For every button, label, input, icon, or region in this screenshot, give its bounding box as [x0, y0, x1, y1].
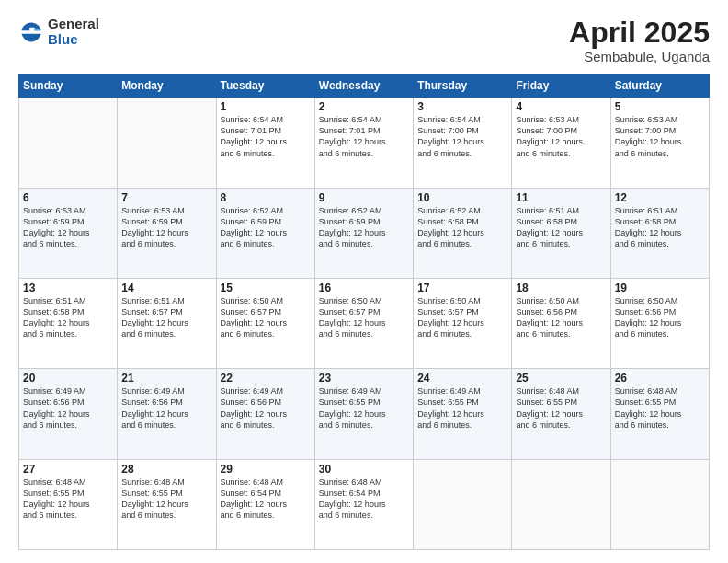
table-row: [512, 459, 610, 549]
day-number: 19: [615, 282, 705, 294]
day-info: Sunrise: 6:54 AM Sunset: 7:01 PM Dayligh…: [319, 114, 409, 159]
day-info: Sunrise: 6:49 AM Sunset: 6:55 PM Dayligh…: [417, 385, 507, 431]
day-info: Sunrise: 6:49 AM Sunset: 6:56 PM Dayligh…: [23, 385, 113, 431]
day-number: 8: [221, 191, 311, 204]
table-row: 24Sunrise: 6:49 AM Sunset: 6:55 PM Dayli…: [414, 369, 512, 459]
day-info: Sunrise: 6:49 AM Sunset: 6:56 PM Dayligh…: [121, 385, 211, 431]
day-number: 22: [221, 372, 311, 385]
table-row: 27Sunrise: 6:48 AM Sunset: 6:55 PM Dayli…: [19, 459, 118, 549]
day-info: Sunrise: 6:54 AM Sunset: 7:00 PM Dayligh…: [417, 114, 507, 159]
day-info: Sunrise: 6:54 AM Sunset: 7:01 PM Dayligh…: [221, 114, 311, 159]
col-monday: Monday: [118, 75, 216, 98]
day-number: 17: [417, 282, 507, 294]
table-row: 14Sunrise: 6:51 AM Sunset: 6:57 PM Dayli…: [118, 278, 216, 368]
day-info: Sunrise: 6:50 AM Sunset: 6:56 PM Dayligh…: [615, 295, 705, 340]
day-number: 26: [615, 372, 705, 385]
table-row: 28Sunrise: 6:48 AM Sunset: 6:55 PM Dayli…: [118, 459, 216, 549]
day-info: Sunrise: 6:52 AM Sunset: 6:59 PM Dayligh…: [319, 205, 409, 250]
col-thursday: Thursday: [414, 75, 512, 98]
day-info: Sunrise: 6:49 AM Sunset: 6:56 PM Dayligh…: [221, 385, 311, 431]
table-row: 1Sunrise: 6:54 AM Sunset: 7:01 PM Daylig…: [216, 98, 314, 188]
day-number: 28: [121, 463, 211, 476]
table-row: 29Sunrise: 6:48 AM Sunset: 6:54 PM Dayli…: [216, 459, 314, 549]
day-number: 12: [615, 191, 705, 204]
col-saturday: Saturday: [610, 75, 709, 98]
table-row: 26Sunrise: 6:48 AM Sunset: 6:55 PM Dayli…: [610, 369, 709, 459]
col-tuesday: Tuesday: [216, 75, 314, 98]
table-row: 22Sunrise: 6:49 AM Sunset: 6:56 PM Dayli…: [216, 369, 314, 459]
day-number: 3: [417, 100, 507, 113]
day-info: Sunrise: 6:50 AM Sunset: 6:57 PM Dayligh…: [221, 295, 311, 340]
day-number: 23: [319, 372, 409, 385]
logo-text: General Blue: [48, 17, 99, 47]
location: Sembabule, Uganda: [569, 49, 710, 64]
day-number: 25: [516, 372, 606, 385]
table-row: [19, 98, 118, 188]
day-info: Sunrise: 6:52 AM Sunset: 6:58 PM Dayligh…: [417, 205, 507, 250]
day-info: Sunrise: 6:50 AM Sunset: 6:56 PM Dayligh…: [516, 295, 606, 340]
header: General Blue April 2025 Sembabule, Ugand…: [18, 17, 710, 64]
day-info: Sunrise: 6:53 AM Sunset: 7:00 PM Dayligh…: [516, 114, 606, 159]
table-row: 11Sunrise: 6:51 AM Sunset: 6:58 PM Dayli…: [512, 188, 610, 278]
day-number: 2: [319, 100, 409, 113]
day-number: 16: [319, 282, 409, 294]
logo-blue-text: Blue: [48, 32, 99, 48]
table-row: 6Sunrise: 6:53 AM Sunset: 6:59 PM Daylig…: [19, 188, 118, 278]
table-row: 9Sunrise: 6:52 AM Sunset: 6:59 PM Daylig…: [314, 188, 413, 278]
calendar-header-row: Sunday Monday Tuesday Wednesday Thursday…: [19, 75, 710, 98]
day-number: 18: [516, 282, 606, 294]
table-row: 5Sunrise: 6:53 AM Sunset: 7:00 PM Daylig…: [610, 98, 709, 188]
logo-general-text: General: [48, 17, 99, 32]
day-number: 20: [23, 372, 113, 385]
day-info: Sunrise: 6:48 AM Sunset: 6:54 PM Dayligh…: [319, 477, 409, 522]
day-number: 7: [121, 191, 211, 204]
day-number: 6: [23, 191, 113, 204]
day-number: 27: [23, 463, 113, 476]
day-number: 4: [516, 100, 606, 113]
table-row: 19Sunrise: 6:50 AM Sunset: 6:56 PM Dayli…: [610, 278, 709, 368]
col-friday: Friday: [512, 75, 610, 98]
day-info: Sunrise: 6:49 AM Sunset: 6:55 PM Dayligh…: [319, 385, 409, 431]
day-info: Sunrise: 6:51 AM Sunset: 6:58 PM Dayligh…: [516, 205, 606, 250]
day-number: 14: [121, 282, 211, 294]
day-info: Sunrise: 6:48 AM Sunset: 6:54 PM Dayligh…: [221, 477, 311, 522]
col-sunday: Sunday: [19, 75, 118, 98]
day-number: 21: [121, 372, 211, 385]
table-row: 7Sunrise: 6:53 AM Sunset: 6:59 PM Daylig…: [118, 188, 216, 278]
table-row: 23Sunrise: 6:49 AM Sunset: 6:55 PM Dayli…: [314, 369, 413, 459]
day-info: Sunrise: 6:51 AM Sunset: 6:57 PM Dayligh…: [121, 295, 211, 340]
table-row: 3Sunrise: 6:54 AM Sunset: 7:00 PM Daylig…: [414, 98, 512, 188]
table-row: 10Sunrise: 6:52 AM Sunset: 6:58 PM Dayli…: [414, 188, 512, 278]
table-row: 2Sunrise: 6:54 AM Sunset: 7:01 PM Daylig…: [314, 98, 413, 188]
title-block: April 2025 Sembabule, Uganda: [569, 17, 710, 64]
table-row: 20Sunrise: 6:49 AM Sunset: 6:56 PM Dayli…: [19, 369, 118, 459]
day-number: 29: [221, 463, 311, 476]
day-info: Sunrise: 6:48 AM Sunset: 6:55 PM Dayligh…: [23, 477, 113, 522]
day-info: Sunrise: 6:53 AM Sunset: 7:00 PM Dayligh…: [615, 114, 705, 159]
day-info: Sunrise: 6:50 AM Sunset: 6:57 PM Dayligh…: [319, 295, 409, 340]
day-info: Sunrise: 6:53 AM Sunset: 6:59 PM Dayligh…: [23, 205, 113, 250]
logo: General Blue: [18, 17, 99, 47]
day-number: 30: [319, 463, 409, 476]
page: General Blue April 2025 Sembabule, Ugand…: [0, 0, 728, 563]
day-info: Sunrise: 6:50 AM Sunset: 6:57 PM Dayligh…: [417, 295, 507, 340]
table-row: 21Sunrise: 6:49 AM Sunset: 6:56 PM Dayli…: [118, 369, 216, 459]
month-title: April 2025: [569, 17, 710, 49]
table-row: 25Sunrise: 6:48 AM Sunset: 6:55 PM Dayli…: [512, 369, 610, 459]
table-row: 30Sunrise: 6:48 AM Sunset: 6:54 PM Dayli…: [314, 459, 413, 549]
table-row: 18Sunrise: 6:50 AM Sunset: 6:56 PM Dayli…: [512, 278, 610, 368]
day-number: 1: [221, 100, 311, 113]
day-info: Sunrise: 6:53 AM Sunset: 6:59 PM Dayligh…: [121, 205, 211, 250]
day-number: 11: [516, 191, 606, 204]
table-row: 13Sunrise: 6:51 AM Sunset: 6:58 PM Dayli…: [19, 278, 118, 368]
table-row: [118, 98, 216, 188]
day-number: 10: [417, 191, 507, 204]
logo-icon: [18, 19, 44, 45]
day-info: Sunrise: 6:48 AM Sunset: 6:55 PM Dayligh…: [121, 477, 211, 522]
day-info: Sunrise: 6:51 AM Sunset: 6:58 PM Dayligh…: [615, 205, 705, 250]
table-row: [610, 459, 709, 549]
day-number: 5: [615, 100, 705, 113]
table-row: 12Sunrise: 6:51 AM Sunset: 6:58 PM Dayli…: [610, 188, 709, 278]
day-info: Sunrise: 6:48 AM Sunset: 6:55 PM Dayligh…: [516, 385, 606, 431]
table-row: 16Sunrise: 6:50 AM Sunset: 6:57 PM Dayli…: [314, 278, 413, 368]
